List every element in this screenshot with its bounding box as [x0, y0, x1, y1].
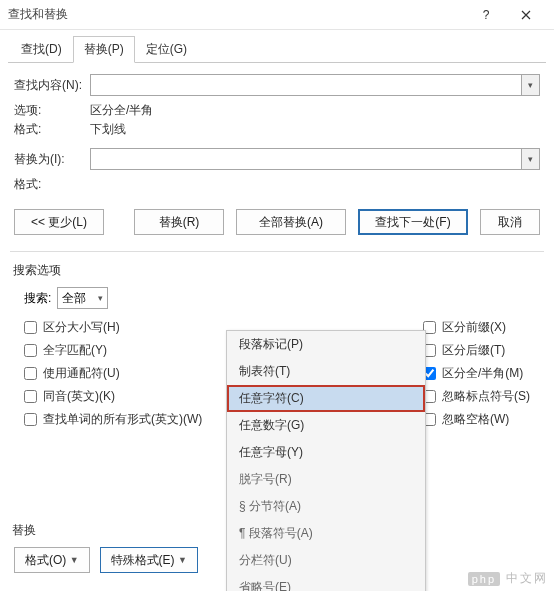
replace-all-button[interactable]: 全部替换(A): [236, 209, 346, 235]
bottom-section: 替换 格式(O) ▼ 特殊格式(E) ▼: [0, 522, 554, 573]
titlebar: 查找和替换 ?: [0, 0, 554, 30]
special-format-button[interactable]: 特殊格式(E) ▼: [100, 547, 198, 573]
checkbox-label: 忽略标点符号(S): [442, 388, 530, 405]
checkbox-left-4[interactable]: 查找单词的所有形式(英文)(W): [24, 411, 202, 428]
search-direction-label: 搜索:: [24, 290, 51, 307]
cancel-button[interactable]: 取消: [480, 209, 540, 235]
checkbox-left-3[interactable]: 同音(英文)(K): [24, 388, 202, 405]
checkbox-input[interactable]: [24, 344, 37, 357]
button-bar: << 更少(L) 替换(R) 全部替换(A) 查找下一处(F) 取消: [0, 201, 554, 243]
format2-label: 格式:: [14, 176, 64, 193]
find-next-button[interactable]: 查找下一处(F): [358, 209, 468, 235]
find-dropdown-button[interactable]: ▾: [522, 74, 540, 96]
window-title: 查找和替换: [8, 6, 466, 23]
checkbox-label: 区分后缀(T): [442, 342, 505, 359]
watermark-text: 中文网: [506, 570, 548, 587]
search-options-title: 搜索选项: [13, 262, 544, 279]
replace-input-wrap: ▾: [90, 148, 540, 170]
checkbox-label: 查找单词的所有形式(英文)(W): [43, 411, 202, 428]
chevron-down-icon: ▼: [70, 555, 79, 565]
divider: [10, 251, 544, 252]
replace-input[interactable]: [90, 148, 522, 170]
checkbox-left-2[interactable]: 使用通配符(U): [24, 365, 202, 382]
checkbox-left-1[interactable]: 全字匹配(Y): [24, 342, 202, 359]
checkbox-left-0[interactable]: 区分大小写(H): [24, 319, 202, 336]
less-button[interactable]: << 更少(L): [14, 209, 104, 235]
checkbox-right-3[interactable]: 忽略标点符号(S): [423, 388, 530, 405]
checkbox-label: 忽略空格(W): [442, 411, 509, 428]
replace-dropdown-button[interactable]: ▾: [522, 148, 540, 170]
checkbox-right-2[interactable]: 区分全/半角(M): [423, 365, 530, 382]
checkbox-input[interactable]: [24, 321, 37, 334]
php-logo: php: [468, 572, 500, 586]
menu-item-0[interactable]: 段落标记(P): [227, 331, 425, 358]
checkbox-label: 区分大小写(H): [43, 319, 120, 336]
find-label: 查找内容(N):: [14, 77, 90, 94]
chevron-down-icon: ▾: [98, 293, 103, 303]
menu-item-6: § 分节符(A): [227, 493, 425, 520]
checkbox-label: 使用通配符(U): [43, 365, 120, 382]
replace-button[interactable]: 替换(R): [134, 209, 224, 235]
menu-item-3[interactable]: 任意数字(G): [227, 412, 425, 439]
checkbox-right-1[interactable]: 区分后缀(T): [423, 342, 530, 359]
checkbox-right-0[interactable]: 区分前缀(X): [423, 319, 530, 336]
help-button[interactable]: ?: [466, 1, 506, 29]
checkbox-label: 全字匹配(Y): [43, 342, 107, 359]
menu-item-5: 脱字号(R): [227, 466, 425, 493]
chevron-down-icon: ▾: [528, 154, 533, 164]
chevron-down-icon: ▾: [528, 80, 533, 90]
menu-item-2[interactable]: 任意字符(C): [227, 385, 425, 412]
menu-item-4[interactable]: 任意字母(Y): [227, 439, 425, 466]
checkbox-col-right: 区分前缀(X)区分后缀(T)区分全/半角(M)忽略标点符号(S)忽略空格(W): [409, 315, 544, 428]
find-input[interactable]: [90, 74, 522, 96]
format-label: 格式:: [14, 121, 64, 138]
checkbox-label: 区分前缀(X): [442, 319, 506, 336]
options-label: 选项:: [14, 102, 64, 119]
bottom-label: 替换: [12, 522, 540, 539]
search-direction-value: 全部: [62, 290, 86, 307]
checkbox-label: 同音(英文)(K): [43, 388, 115, 405]
replace-label: 替换为(I):: [14, 151, 90, 168]
watermark: php 中文网: [468, 570, 548, 587]
find-input-wrap: ▾: [90, 74, 540, 96]
checkbox-right-4[interactable]: 忽略空格(W): [423, 411, 530, 428]
menu-item-1[interactable]: 制表符(T): [227, 358, 425, 385]
format-button[interactable]: 格式(O) ▼: [14, 547, 90, 573]
search-direction-select[interactable]: 全部 ▾: [57, 287, 108, 309]
checkbox-label: 区分全/半角(M): [442, 365, 523, 382]
checkbox-col-left: 区分大小写(H)全字匹配(Y)使用通配符(U)同音(英文)(K)查找单词的所有形…: [10, 315, 202, 428]
close-icon: [521, 10, 531, 20]
options-value: 区分全/半角: [90, 102, 153, 119]
chevron-down-icon: ▼: [178, 555, 187, 565]
close-button[interactable]: [506, 1, 546, 29]
checkbox-input[interactable]: [24, 390, 37, 403]
tab-replace[interactable]: 替换(P): [73, 36, 135, 63]
form-area: 查找内容(N): ▾ 选项: 区分全/半角 格式: 下划线 替换为(I): ▾ …: [0, 64, 554, 201]
checkbox-input[interactable]: [24, 367, 37, 380]
dialog-tabs: 查找(D) 替换(P) 定位(G): [0, 30, 554, 63]
menu-item-9: 省略号(E): [227, 574, 425, 591]
format-value: 下划线: [90, 121, 126, 138]
checkbox-input[interactable]: [24, 413, 37, 426]
tab-find[interactable]: 查找(D): [10, 36, 73, 63]
tab-goto[interactable]: 定位(G): [135, 36, 198, 63]
